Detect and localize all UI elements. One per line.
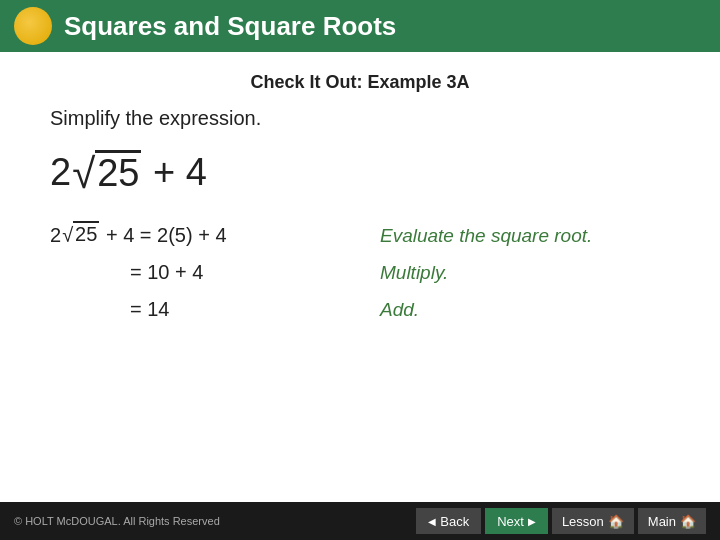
step1-sqrt: √25 [62, 221, 99, 245]
next-arrow-icon: ▶ [528, 516, 536, 527]
main-button[interactable]: Main 🏠 [638, 508, 706, 534]
back-button[interactable]: ◀ Back [416, 508, 481, 534]
step-1-math: 2√25 + 4 = 2(5) + 4 [50, 221, 370, 247]
steps-area: 2√25 + 4 = 2(5) + 4 Evaluate the square … [50, 221, 670, 321]
step-3-comment: Add. [380, 299, 419, 321]
expr-plus-four: + 4 [142, 151, 206, 194]
header: Squares and Square Roots [0, 0, 720, 52]
gold-circle-icon [14, 7, 52, 45]
main-content: Check It Out: Example 3A Simplify the ex… [0, 52, 720, 492]
next-label: Next [497, 514, 524, 529]
step-3-math: = 14 [50, 298, 370, 321]
sqrt-symbol-big: √25 [72, 150, 141, 195]
instruction-text: Simplify the expression. [50, 107, 670, 130]
copyright-text: © HOLT McDOUGAL. All Rights Reserved [14, 515, 220, 527]
step-1-row: 2√25 + 4 = 2(5) + 4 Evaluate the square … [50, 221, 670, 247]
step-2-comment: Multiply. [380, 262, 448, 284]
lesson-home-icon: 🏠 [608, 514, 624, 529]
lesson-button[interactable]: Lesson 🏠 [552, 508, 634, 534]
step-3-text: = 14 [130, 298, 169, 320]
main-home-icon: 🏠 [680, 514, 696, 529]
footer: © HOLT McDOUGAL. All Rights Reserved ◀ B… [0, 502, 720, 540]
radical-sign: √ [72, 153, 95, 195]
step-2-row: = 10 + 4 Multiply. [50, 261, 670, 284]
example-subtitle: Check It Out: Example 3A [50, 72, 670, 93]
step-1-comment: Evaluate the square root. [380, 225, 592, 247]
back-arrow-icon: ◀ [428, 516, 436, 527]
expr-coeff: 2 [50, 151, 71, 194]
footer-nav: ◀ Back Next ▶ Lesson 🏠 Main 🏠 [416, 508, 706, 534]
big-expression: 2 √25 + 4 [50, 150, 670, 195]
step-2-math: = 10 + 4 [50, 261, 370, 284]
page-title: Squares and Square Roots [64, 11, 396, 42]
step-3-row: = 14 Add. [50, 298, 670, 321]
radicand: 25 [95, 150, 141, 195]
main-label: Main [648, 514, 676, 529]
lesson-label: Lesson [562, 514, 604, 529]
next-button[interactable]: Next ▶ [485, 508, 548, 534]
step-2-text: = 10 + 4 [130, 261, 203, 283]
back-label: Back [440, 514, 469, 529]
